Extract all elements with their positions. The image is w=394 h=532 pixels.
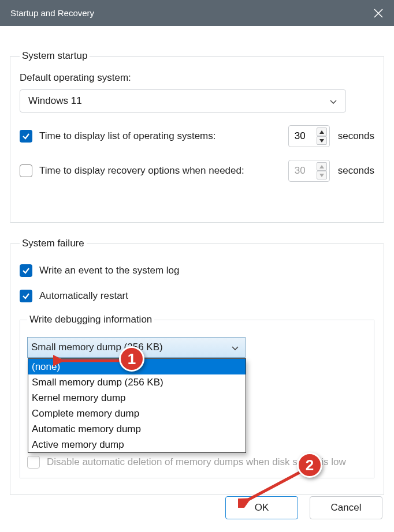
default-os-select[interactable]: Windows 11 xyxy=(20,89,346,113)
seconds-unit: seconds xyxy=(338,165,374,177)
ok-button[interactable]: OK xyxy=(225,496,298,519)
display-recovery-seconds-value: 30 xyxy=(295,165,306,177)
write-debug-legend: Write debugging information xyxy=(27,314,154,325)
titlebar: Startup and Recovery xyxy=(0,0,394,26)
spin-down-icon[interactable] xyxy=(317,136,327,145)
seconds-unit: seconds xyxy=(338,130,374,142)
startup-recovery-dialog: Startup and Recovery System startup Defa… xyxy=(0,0,394,532)
display-list-label: Time to display list of operating system… xyxy=(39,130,216,142)
dump-type-value: Small memory dump (256 KB) xyxy=(31,342,163,353)
dump-option-complete[interactable]: Complete memory dump xyxy=(28,406,246,421)
system-startup-group: System startup Default operating system:… xyxy=(10,50,384,223)
spin-up-icon[interactable] xyxy=(317,128,327,136)
display-recovery-label: Time to display recovery options when ne… xyxy=(39,165,244,177)
dump-option-small[interactable]: Small memory dump (256 KB) xyxy=(28,374,246,390)
display-list-seconds-input[interactable]: 30 xyxy=(288,125,330,147)
auto-restart-label: Automatically restart xyxy=(39,290,128,302)
spin-down-icon xyxy=(317,171,327,179)
dump-option-kernel[interactable]: Kernel memory dump xyxy=(28,390,246,406)
display-recovery-checkbox[interactable] xyxy=(20,164,32,177)
system-startup-legend: System startup xyxy=(20,50,90,62)
cancel-button[interactable]: Cancel xyxy=(310,496,382,519)
dialog-content: System startup Default operating system:… xyxy=(0,26,394,495)
dialog-footer: OK Cancel xyxy=(225,496,382,519)
window-title: Startup and Recovery xyxy=(10,8,94,18)
default-os-label: Default operating system: xyxy=(20,72,374,84)
dump-option-active[interactable]: Active memory dump xyxy=(28,437,246,452)
system-failure-group: System failure Write an event to the sys… xyxy=(10,238,384,495)
display-list-seconds-value: 30 xyxy=(295,130,306,142)
disable-delete-checkbox xyxy=(27,456,40,469)
spin-up-icon xyxy=(317,162,327,171)
chevron-down-icon xyxy=(329,97,337,105)
auto-restart-checkbox[interactable] xyxy=(20,290,32,302)
default-os-value: Windows 11 xyxy=(28,95,82,107)
write-event-label: Write an event to the system log xyxy=(39,265,180,276)
annotation-marker-2: 2 xyxy=(297,452,322,478)
dump-option-automatic[interactable]: Automatic memory dump xyxy=(28,421,246,437)
close-icon[interactable] xyxy=(373,8,384,18)
chevron-down-icon xyxy=(231,343,239,351)
write-event-checkbox[interactable] xyxy=(20,264,32,277)
write-debug-group: Write debugging information Small memory… xyxy=(20,314,374,478)
display-list-checkbox[interactable] xyxy=(20,130,32,143)
annotation-marker-1: 1 xyxy=(119,346,144,372)
display-recovery-seconds-input: 30 xyxy=(288,160,330,182)
dump-type-dropdown: (none) Small memory dump (256 KB) Kernel… xyxy=(28,358,246,453)
system-failure-legend: System failure xyxy=(20,238,87,249)
